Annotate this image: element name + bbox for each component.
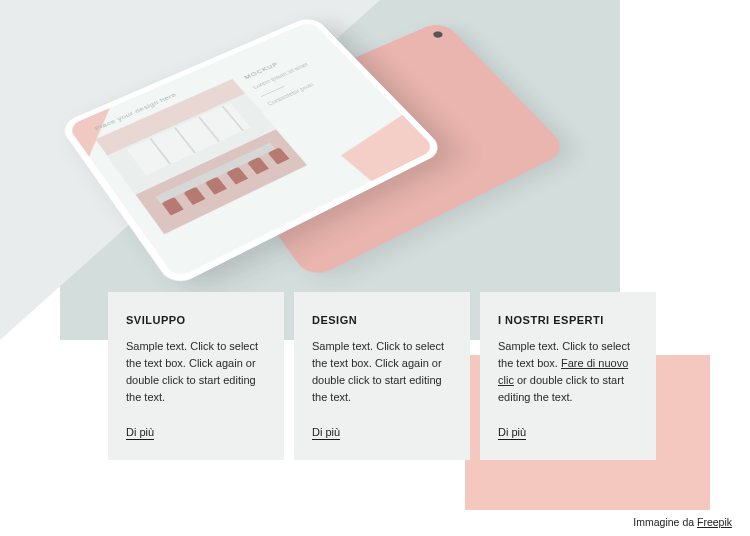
card-esperti: I NOSTRI ESPERTI Sample text. Click to s… (480, 292, 656, 460)
photo-chairs (154, 145, 289, 219)
credit-prefix: Immagine da (633, 516, 697, 528)
card-body-post: or double click to start editing the tex… (498, 374, 624, 403)
card-body[interactable]: Sample text. Click to select the text bo… (498, 338, 638, 406)
card-more-link[interactable]: Di più (126, 426, 154, 440)
card-more-link[interactable]: Di più (498, 426, 526, 440)
card-body[interactable]: Sample text. Click to select the text bo… (126, 338, 266, 406)
card-design: DESIGN Sample text. Click to select the … (294, 292, 470, 460)
card-sviluppo: SVILUPPO Sample text. Click to select th… (108, 292, 284, 460)
card-title[interactable]: I NOSTRI ESPERTI (498, 314, 638, 326)
image-credit: Immagine da Freepik (633, 516, 732, 528)
feature-cards-row: SVILUPPO Sample text. Click to select th… (108, 292, 656, 460)
card-body[interactable]: Sample text. Click to select the text bo… (312, 338, 452, 406)
card-title[interactable]: DESIGN (312, 314, 452, 326)
card-more-link[interactable]: Di più (312, 426, 340, 440)
card-title[interactable]: SVILUPPO (126, 314, 266, 326)
credit-link[interactable]: Freepik (697, 516, 732, 528)
